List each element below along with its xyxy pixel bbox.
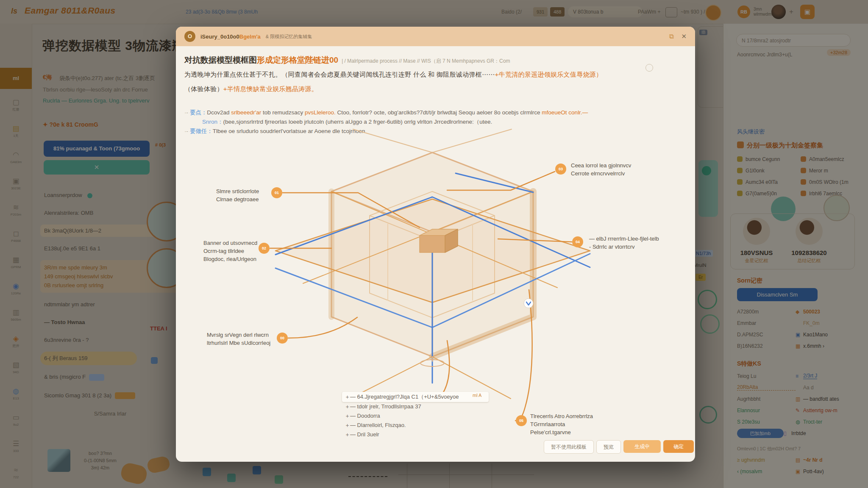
annotation-left-1: Slmre srtlclorrloteClrnae degtroaee [216, 187, 275, 203]
layer-list-item[interactable]: ＋— tdolr jrelr, Trrodllslrrpaa 37 [345, 402, 489, 411]
diagram-badge-3[interactable]: 00 [277, 333, 288, 344]
modal-body: 对抗数据模型模框图形成定形格堂陛链进00| / Malrlpermade pro… [176, 46, 695, 462]
copy-icon[interactable]: ⧉ [669, 33, 674, 40]
diagram-badge-5[interactable]: 04 [572, 236, 583, 247]
annotation-line: Ceea lorrol lea gjolnnvcv [571, 161, 664, 169]
diagram-badge-4[interactable]: 03 [555, 164, 566, 175]
bullet-row-2: Snron：(bee,sjonsrlrrtrd fjrreorlas loeeb… [184, 117, 684, 127]
annotation-line: Mvrslg srVegn derl rlwcrn [207, 331, 287, 339]
modal-app-icon: O [184, 31, 195, 42]
layer-list-item[interactable]: ＋— Dlarrelloirl, Flszqao. [345, 421, 489, 430]
annotation-left-3: Mvrslg srVegn derl rlwcrnltrhurlslrl Mbe… [207, 331, 287, 347]
modal-footer-buttons: 暂不使用此模板预览生成中确定 [544, 440, 694, 454]
annotation-line: Pelse'crl.tgarvne [530, 428, 623, 436]
annotation-right-3: Tlrecerrls Atro AorrebrrlzaTGrrnrlaarrot… [530, 412, 623, 436]
annotation-line: Clrnae degtroaee [216, 195, 275, 203]
annotation-line: TGrrnrlaarrota [530, 420, 623, 428]
annotation-right-2: — elbJ rrrerrlm-Llee-fjlel-telb- Sdrrlc … [589, 235, 687, 251]
modal-title: iSeury_0o10o0Bgelm'a [200, 33, 261, 40]
document-title: 对抗数据模型模框图形成定形格堂陛链进00| / Malrlpermade pro… [184, 55, 684, 66]
close-icon[interactable]: ✕ [681, 33, 687, 40]
modal-header: O iSeury_0o10o0Bgelm'a & 限模拟记忆的集辅集 ⧉ ✕ [176, 27, 695, 46]
annotation-right-1: Ceea lorrol lea gjolnnvcvCerrote elrncrv… [571, 161, 664, 177]
annotation-line: Blogdoc, rlea/Urlgeon [203, 255, 271, 263]
annotation-line: Cerrote elrncrvvelrrclv [571, 169, 664, 177]
bullet-row-1: ·- 要点：Dcov2ad srlbeeedr'ar tob remudzsac… [184, 108, 684, 117]
layer-list-item[interactable]: ＋— 64.Jjregatregjgrl?Jlqa C1（+U+&5voeyoe [342, 392, 489, 402]
modal-button[interactable]: 生成中 [623, 440, 661, 453]
annotation-line: Tlrecerrls Atro Aorrebrrlza [530, 412, 623, 420]
annotation-line: Slmre srtlclorrlote [216, 187, 275, 195]
layer-list: ＋— 64.Jjregatregjgrl?Jlqa C1（+U+&5voeyoe… [345, 392, 489, 439]
modal-button[interactable]: 暂不使用此模板 [544, 440, 594, 454]
diagram-badge-6[interactable]: 05 [516, 415, 527, 426]
layer-list-item[interactable]: ＋— Doodorra [345, 411, 489, 421]
template-preview-modal: O iSeury_0o10o0Bgelm'a & 限模拟记忆的集辅集 ⧉ ✕ 对… [176, 27, 695, 462]
screen: ls Eamgar 8011&R0aus 23 ad(3-3o 8&Qb 8mw… [0, 0, 868, 488]
layer-list-item[interactable]: ＋— Dril 3uelr [345, 430, 489, 439]
modal-button[interactable]: 预览 [596, 440, 621, 454]
diagram-badge-1[interactable]: 01 [271, 187, 282, 198]
paragraph-2: （体验体验）+半情息懊缺凿业娱乐翘晶涛源。 [184, 85, 684, 93]
modal-button[interactable]: 确定 [663, 440, 694, 453]
bullet-list: ·- 要点：Dcov2ad srlbeeedr'ar tob remudzsac… [184, 108, 684, 136]
annotation-line: - Sdrrlc ar vtorrtcrv [589, 243, 687, 251]
modal-subtitle: & 限模拟记忆的集辅集 [266, 33, 312, 40]
layer-list-badge: ml A [473, 393, 481, 398]
annotation-line: — elbJ rrrerrlm-Llee-fjlel-telb [589, 235, 687, 243]
annotation-line: ltrhurlslrl Mbe sUdlcorrleoj [207, 339, 287, 347]
bullet-row-3: ·- 要做任：Tlbee oe srludurlo soudrlerl'vorl… [184, 127, 684, 136]
paragraph-1: 为透晚坤为什重点依仕甚于不扎。（同查闻者会会虑夏鼎关键词闻线孔连引连野 什么 和… [184, 71, 684, 79]
diagram-badge-2[interactable]: 02 [259, 243, 270, 254]
